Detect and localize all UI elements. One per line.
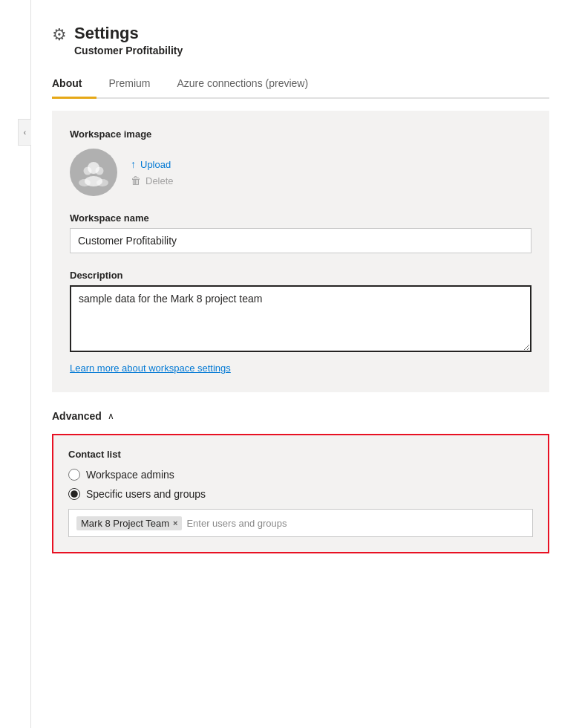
radio-specific-users[interactable]: Specific users and groups — [68, 488, 533, 500]
advanced-label: Advanced — [52, 410, 102, 422]
page-subtitle: Customer Profitability — [74, 45, 183, 56]
tag-close-button[interactable]: × — [173, 519, 177, 527]
radio-workspace-admins[interactable]: Workspace admins — [68, 469, 533, 481]
gear-icon: ⚙ — [52, 25, 67, 45]
about-section: Workspace image ↑ Upload 🗑 — [52, 111, 549, 392]
workspace-image-label: Workspace image — [70, 129, 531, 140]
advanced-section: Advanced ∧ Contact list Workspace admins… — [52, 410, 549, 553]
delete-icon: 🗑 — [131, 175, 141, 186]
svg-point-4 — [79, 179, 91, 186]
tab-about[interactable]: About — [52, 70, 96, 99]
tab-azure-connections[interactable]: Azure connections (preview) — [177, 70, 323, 99]
svg-point-1 — [84, 167, 92, 175]
users-input-box[interactable]: Mark 8 Project Team × Enter users and gr… — [68, 509, 533, 537]
chevron-up-icon: ∧ — [108, 411, 114, 421]
description-input[interactable]: sample data for the Mark 8 project team — [70, 285, 531, 352]
description-section: Description sample data for the Mark 8 p… — [70, 270, 531, 355]
sidebar-collapse-arrow[interactable]: ‹ — [18, 119, 31, 146]
avatar-svg — [77, 156, 110, 189]
upload-icon: ↑ — [131, 158, 136, 170]
tab-premium[interactable]: Premium — [108, 70, 165, 99]
workspace-name-section: Workspace name — [70, 212, 531, 253]
radio-workspace-admins-label: Workspace admins — [86, 469, 174, 481]
main-content: ⚙ Settings Customer Profitability About … — [31, 0, 579, 728]
upload-button[interactable]: ↑ Upload — [131, 158, 174, 170]
advanced-header[interactable]: Advanced ∧ — [52, 410, 549, 422]
tag-label: Mark 8 Project Team — [81, 518, 169, 529]
workspace-name-input[interactable] — [70, 228, 531, 253]
learn-more-link[interactable]: Learn more about workspace settings — [70, 363, 231, 374]
users-placeholder: Enter users and groups — [186, 518, 287, 529]
radio-specific-users-label: Specific users and groups — [86, 488, 206, 500]
svg-point-2 — [96, 167, 104, 175]
header-text: Settings Customer Profitability — [74, 24, 183, 56]
radio-workspace-admins-input[interactable] — [68, 469, 80, 481]
delete-button[interactable]: 🗑 Delete — [131, 175, 174, 186]
page-title: Settings — [74, 24, 183, 43]
contact-list-box: Contact list Workspace admins Specific u… — [52, 434, 549, 553]
svg-point-5 — [96, 179, 108, 186]
tabs-bar: About Premium Azure connections (preview… — [52, 70, 549, 99]
workspace-image-row: ↑ Upload 🗑 Delete — [70, 149, 531, 196]
workspace-name-label: Workspace name — [70, 212, 531, 224]
workspace-avatar — [70, 149, 117, 196]
page-header: ⚙ Settings Customer Profitability — [52, 24, 549, 56]
image-actions: ↑ Upload 🗑 Delete — [131, 158, 174, 186]
left-sidebar: ‹ — [0, 0, 31, 728]
description-label: Description — [70, 270, 531, 281]
user-tag: Mark 8 Project Team × — [76, 516, 182, 530]
radio-specific-users-input[interactable] — [68, 488, 80, 500]
contact-list-label: Contact list — [68, 449, 533, 460]
